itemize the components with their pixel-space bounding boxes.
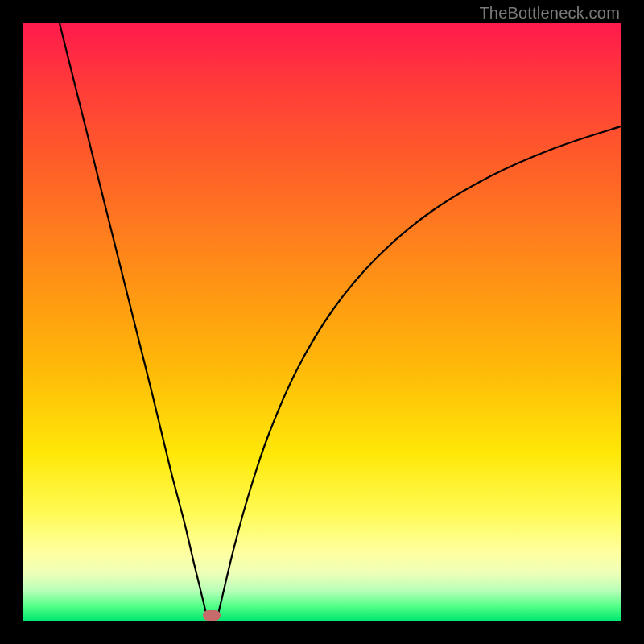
plot-area xyxy=(23,23,621,621)
minimum-marker xyxy=(203,610,221,621)
curve-right-branch xyxy=(217,126,621,617)
watermark-text: TheBottleneck.com xyxy=(479,4,620,23)
curve-left-branch xyxy=(60,23,207,617)
curve-svg xyxy=(23,23,621,621)
chart-frame: TheBottleneck.com xyxy=(0,0,644,644)
